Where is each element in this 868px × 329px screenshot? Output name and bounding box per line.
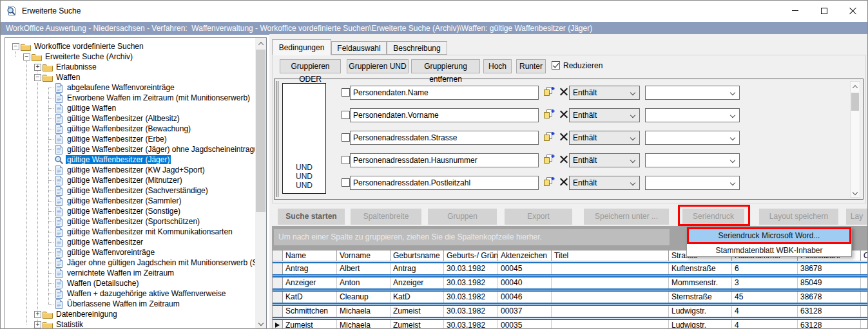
seriendruck-button[interactable]: Seriendruck bbox=[682, 209, 744, 225]
scrollbar-thumb[interactable] bbox=[851, 93, 859, 111]
tree-item-gültige-waffenbesitzer-altbesitz[interactable]: gültige Waffenbesitzer (Altbesitz) bbox=[6, 113, 255, 124]
tree-item-gültige-waffenbesitzer[interactable]: gültige Waffenbesitzer bbox=[6, 237, 255, 247]
add-field-icon[interactable] bbox=[543, 86, 555, 97]
column-header-geburtsname[interactable]: Geburtsname bbox=[391, 250, 444, 261]
tree-item-gültige-waffenbesitzer-erbe[interactable]: gültige Waffenbesitzer (Erbe) bbox=[6, 134, 255, 144]
tree-item-waffen[interactable]: −Waffen bbox=[6, 72, 255, 82]
scroll-down-icon[interactable] bbox=[255, 317, 266, 328]
scroll-up-icon[interactable] bbox=[851, 82, 860, 91]
gruppieren-und-button[interactable]: Gruppieren UND bbox=[347, 59, 409, 73]
expand-toggle-icon[interactable]: + bbox=[34, 311, 41, 318]
column-header-geburts-gründ[interactable]: Geburts-/ Gründ... bbox=[444, 250, 498, 261]
add-field-icon[interactable] bbox=[543, 131, 555, 142]
add-field-icon[interactable] bbox=[543, 109, 555, 120]
table-row[interactable]: AnzeigerAntonAnzeiger30.03.198200040Momm… bbox=[273, 276, 868, 290]
scrollbar-thumb[interactable] bbox=[256, 50, 265, 212]
value-select[interactable] bbox=[645, 176, 740, 190]
gruppierung-entfernen-button[interactable]: Gruppierung entfernen bbox=[411, 59, 480, 73]
menu-item-stammdatenblatt-wbk-inhaber[interactable]: Stammdatenblatt WBK-Inhaber bbox=[687, 244, 851, 257]
gruppen-button[interactable]: Gruppen bbox=[428, 209, 497, 225]
expand-toggle-icon[interactable]: + bbox=[34, 321, 41, 328]
tab-feldauswahl[interactable]: Feldauswahl bbox=[331, 41, 387, 55]
value-select[interactable] bbox=[645, 131, 740, 145]
condition-field-input[interactable]: Personenadressdaten.Hausnummer bbox=[350, 153, 539, 167]
condition-field-input[interactable]: Personendaten.Vorname bbox=[350, 108, 539, 122]
tree-item-gültige-waffenvoreinträge[interactable]: gültige Waffenvoreinträge bbox=[6, 247, 255, 258]
tree-item-waffen-dazugehörige-aktive-waffenverweise[interactable]: Waffen + dazugehörige aktive Waffenverwe… bbox=[6, 288, 255, 299]
hoch-button[interactable]: Hoch bbox=[483, 59, 512, 73]
table-row[interactable]: AntragAlbertAntrag30.03.198200045Kuftens… bbox=[273, 262, 868, 276]
expand-toggle-icon[interactable]: + bbox=[34, 64, 41, 71]
collapse-toggle-icon[interactable]: − bbox=[34, 74, 41, 81]
minimize-button[interactable] bbox=[780, 1, 809, 21]
tree-item-erlaubnisse[interactable]: +Erlaubnisse bbox=[6, 62, 255, 72]
tree-item-gültige-waffenbesitzer-sachverständige[interactable]: gültige Waffenbesitzer (Sachverständige) bbox=[6, 185, 255, 196]
table-row[interactable]: KatDCleanupKatD30.03.198200046Sternstraß… bbox=[273, 290, 868, 304]
tree-vertical-scrollbar[interactable] bbox=[255, 38, 266, 328]
operator-select[interactable]: Enthält bbox=[569, 153, 640, 167]
tree-item-workoffice-vordefinierte-suchen[interactable]: −Workoffice vordefinierte Suchen bbox=[6, 41, 255, 52]
delete-condition-icon[interactable] bbox=[559, 88, 568, 96]
tree-item-gültige-waffenbesitzer-sportschützen[interactable]: gültige Waffenbesitzer (Sportschützen) bbox=[6, 216, 255, 227]
tree-item-gültige-waffen[interactable]: gültige Waffen bbox=[6, 103, 255, 113]
condition-field-input[interactable]: Personenadressdaten.Postleitzahl bbox=[350, 176, 539, 190]
operator-select[interactable]: Enthält bbox=[569, 86, 640, 100]
gruppieren-oder-button[interactable]: Gruppieren ODER bbox=[280, 59, 341, 73]
table-row[interactable]: ZumeistMichaelaZumeist30.03.198200035Lud… bbox=[273, 319, 868, 329]
column-header-titel[interactable]: Titel bbox=[552, 250, 669, 261]
operator-select[interactable]: Enthält bbox=[569, 131, 640, 145]
maximize-button[interactable] bbox=[809, 1, 838, 21]
value-select[interactable] bbox=[645, 153, 740, 167]
table-row[interactable]: SchmittchenMichaelaZumeist30.03.19820003… bbox=[273, 305, 868, 318]
tree-item-datenbereinigung[interactable]: +Datenbereinigung bbox=[6, 309, 255, 319]
column-header-aktenzeichen[interactable]: Aktenzeichen bbox=[498, 250, 552, 261]
column-header-o[interactable]: O bbox=[861, 250, 868, 261]
row-selector[interactable] bbox=[273, 263, 283, 274]
row-selector[interactable] bbox=[273, 292, 283, 303]
condition-checkbox[interactable] bbox=[342, 133, 350, 142]
suche-starten-button[interactable]: Suche starten bbox=[278, 209, 345, 225]
close-button[interactable] bbox=[838, 1, 867, 21]
runter-button[interactable]: Runter bbox=[516, 59, 546, 73]
scroll-down-icon[interactable] bbox=[851, 187, 860, 197]
spaltenbreite-button[interactable]: Spaltenbreite bbox=[351, 209, 421, 225]
scroll-up-icon[interactable] bbox=[255, 38, 266, 49]
layout-speichern-button[interactable]: Layout speichern bbox=[759, 209, 838, 225]
tab-beschreibung[interactable]: Beschreibung bbox=[387, 41, 447, 55]
condition-checkbox[interactable] bbox=[342, 156, 350, 164]
row-selector[interactable] bbox=[273, 320, 283, 329]
lay-button[interactable]: Lay bbox=[846, 209, 867, 225]
collapse-toggle-icon[interactable]: − bbox=[12, 43, 19, 50]
operator-select[interactable]: Enthält bbox=[569, 108, 640, 122]
menu-item-seriendruck-microsoft-word[interactable]: Seriendruck Microsoft Word... bbox=[687, 227, 851, 244]
tree-item-gültige-waffenbesitzer-mit-kommunikationsarten[interactable]: gültige Waffenbesitzer mit Kommunikation… bbox=[6, 227, 255, 237]
row-selector[interactable] bbox=[273, 306, 283, 317]
speichern-unter-button[interactable]: Speichern unter ... bbox=[584, 209, 669, 225]
export-button[interactable]: Export bbox=[505, 209, 572, 225]
tab-bedingungen[interactable]: Bedingungen bbox=[272, 39, 331, 55]
delete-condition-icon[interactable] bbox=[559, 178, 568, 186]
condition-field-input[interactable]: Personenadressdaten.Strasse bbox=[350, 131, 539, 145]
condition-checkbox[interactable] bbox=[342, 88, 350, 97]
tree-item-überlassene-waffen-im-zeitraum[interactable]: Überlassene Waffen im Zeitraum bbox=[6, 299, 255, 309]
tree-item-abgelaufene-waffenvoreinträge[interactable]: abgelaufene Waffenvoreinträge bbox=[6, 82, 255, 93]
tree-item-gültige-waffenbesitzer-mitnutzer[interactable]: gültige Waffenbesitzer (Mitnutzer) bbox=[6, 175, 255, 185]
tree-item-gültige-waffenbesitzer-sammler[interactable]: gültige Waffenbesitzer (Sammler) bbox=[6, 196, 255, 206]
operator-select[interactable]: Enthält bbox=[569, 176, 640, 190]
value-select[interactable] bbox=[645, 86, 740, 100]
conditions-vertical-scrollbar[interactable] bbox=[850, 81, 860, 198]
delete-condition-icon[interactable] bbox=[559, 133, 568, 141]
add-field-icon[interactable] bbox=[543, 176, 555, 187]
column-header-name[interactable]: Name bbox=[283, 250, 337, 261]
condition-checkbox[interactable] bbox=[342, 111, 350, 119]
delete-condition-icon[interactable] bbox=[559, 110, 568, 118]
delete-condition-icon[interactable] bbox=[559, 155, 568, 164]
column-header-vorname[interactable]: Vorname bbox=[337, 250, 391, 261]
row-selector[interactable] bbox=[273, 277, 283, 288]
tree-item-statistik[interactable]: +Statistik bbox=[6, 319, 255, 328]
add-field-icon[interactable] bbox=[543, 154, 555, 165]
tree-item-gültige-waffenbesitzer-jäger-ohne-jagdscheineintragung[interactable]: gültige Waffenbesitzer (Jäger) ohne Jagd… bbox=[6, 144, 255, 155]
condition-field-input[interactable]: Personendaten.Name bbox=[350, 86, 539, 100]
value-select[interactable] bbox=[645, 108, 740, 122]
tree-item-gültige-waffenbesitzer-sonstige[interactable]: gültige Waffenbesitzer (Sonstige) bbox=[6, 206, 255, 216]
